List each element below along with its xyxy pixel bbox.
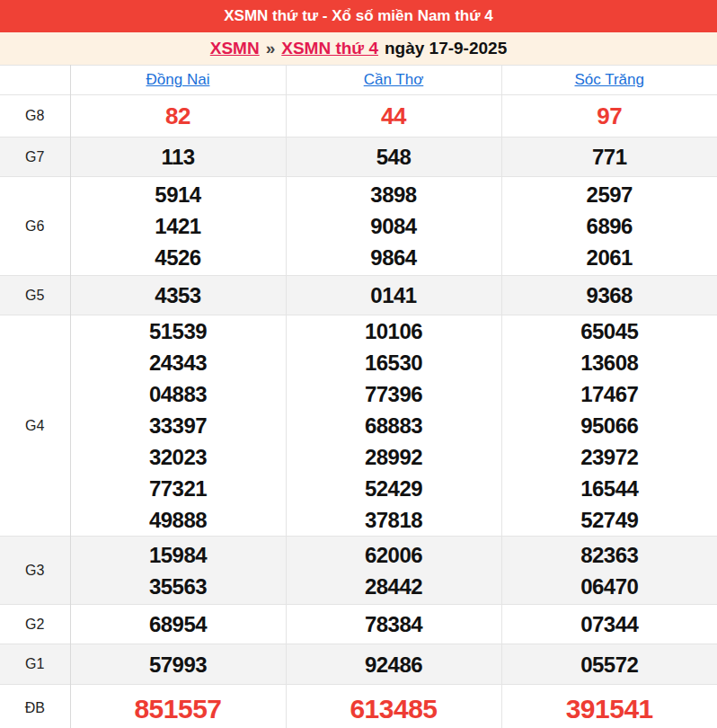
- prize-label: G3: [0, 537, 70, 605]
- prize-number: 16544: [502, 473, 717, 504]
- prize-number: 49888: [71, 504, 286, 536]
- prize-cell: 389890849864: [286, 177, 501, 276]
- prize-cell: 771: [501, 138, 717, 177]
- province-link-2[interactable]: Cần Thơ: [364, 71, 424, 88]
- breadcrumb-date: ngày 17-9-2025: [385, 39, 507, 58]
- prize-cell: 10106165307739668883289925242937818: [286, 315, 501, 537]
- title-bar: XSMN thứ tư - Xổ số miền Nam thứ 4: [0, 0, 717, 32]
- prize-number: 4353: [71, 280, 286, 311]
- breadcrumb-link-current[interactable]: XSMN thứ 4: [281, 39, 378, 58]
- prize-cell: 591414214526: [70, 177, 286, 276]
- prize-number: 28442: [287, 571, 501, 602]
- prize-row-g7: G7113548771: [0, 138, 717, 177]
- prize-number: 33397: [71, 410, 286, 441]
- prize-number: 15984: [71, 539, 286, 571]
- prize-cell: 0141: [286, 276, 501, 315]
- prize-cell: 9368: [501, 276, 717, 315]
- prize-row-g6: G6591414214526389890849864259768962061: [0, 177, 717, 276]
- prize-cell: 851557: [70, 685, 286, 728]
- prize-number: 78384: [287, 608, 501, 640]
- prize-column-header: [0, 66, 70, 95]
- prize-number: 77396: [287, 378, 501, 410]
- prize-number: 851557: [71, 693, 286, 724]
- prize-number: 68954: [71, 608, 286, 640]
- prize-number: 10106: [287, 315, 501, 347]
- prize-number: 5914: [71, 179, 286, 210]
- prize-number: 65045: [502, 315, 717, 347]
- prize-number: 24343: [71, 347, 286, 378]
- prize-cell: 391541: [501, 685, 717, 728]
- prize-number: 613485: [287, 693, 501, 724]
- breadcrumb-link-xsmn[interactable]: XSMN: [210, 39, 260, 58]
- prize-cell: 65045136081746795066239721654452749: [501, 315, 717, 537]
- prize-cell: 259768962061: [501, 177, 717, 276]
- prize-cell: 05572: [501, 644, 717, 685]
- prize-number: 391541: [502, 693, 717, 724]
- prize-number: 82: [71, 101, 286, 132]
- prize-number: 05572: [502, 649, 717, 680]
- prize-number: 97: [502, 101, 717, 132]
- province-header-cell: Đồng Nai: [70, 66, 286, 95]
- prize-number: 13608: [502, 347, 717, 378]
- prize-number: 32023: [71, 441, 286, 473]
- prize-row-g4: G451539243430488333397320237732149888101…: [0, 315, 717, 537]
- prize-cell: 44: [286, 95, 501, 138]
- prize-row-g3: G3159843556362006284428236306470: [0, 537, 717, 605]
- prize-number: 68883: [287, 410, 501, 441]
- prize-number: 95066: [502, 410, 717, 441]
- prize-number: 52749: [502, 504, 717, 536]
- results-table: Đồng NaiCần ThơSóc Trăng G8824497G711354…: [0, 65, 717, 728]
- prize-label: ĐB: [0, 685, 70, 728]
- prize-number: 77321: [71, 473, 286, 504]
- province-link-1[interactable]: Đồng Nai: [146, 71, 210, 88]
- breadcrumb-separator: »: [266, 39, 276, 58]
- prize-cell: 51539243430488333397320237732149888: [70, 315, 286, 537]
- prize-number: 44: [287, 101, 501, 132]
- prize-cell: 1598435563: [70, 537, 286, 605]
- prize-row-g1: G1579939248605572: [0, 644, 717, 685]
- prize-label: G1: [0, 644, 70, 685]
- prize-number: 2597: [502, 179, 717, 210]
- prize-cell: 92486: [286, 644, 501, 685]
- breadcrumb: XSMN » XSMN thứ 4 ngày 17-9-2025: [0, 32, 717, 65]
- prize-cell: 82: [70, 95, 286, 138]
- prize-number: 57993: [71, 649, 286, 680]
- prize-number: 28992: [287, 441, 501, 473]
- prize-number: 548: [287, 141, 501, 173]
- province-header-row: Đồng NaiCần ThơSóc Trăng: [0, 66, 717, 95]
- prize-number: 92486: [287, 649, 501, 680]
- prize-cell: 78384: [286, 605, 501, 644]
- prize-number: 4526: [71, 242, 286, 273]
- prize-cell: 68954: [70, 605, 286, 644]
- prize-cell: 97: [501, 95, 717, 138]
- prize-number: 17467: [502, 378, 717, 410]
- prize-number: 35563: [71, 571, 286, 602]
- prize-label: G4: [0, 315, 70, 537]
- prize-number: 771: [502, 141, 717, 173]
- prize-number: 2061: [502, 242, 717, 273]
- prize-number: 9084: [287, 210, 501, 242]
- page-title: XSMN thứ tư - Xổ số miền Nam thứ 4: [224, 7, 493, 25]
- prize-number: 6896: [502, 210, 717, 242]
- prize-number: 23972: [502, 441, 717, 473]
- prize-number: 82363: [502, 539, 717, 571]
- province-link-3[interactable]: Sóc Trăng: [575, 71, 645, 88]
- prize-label: G7: [0, 138, 70, 177]
- prize-number: 0141: [287, 280, 501, 311]
- prize-label: G5: [0, 276, 70, 315]
- prize-row-g8: G8824497: [0, 95, 717, 138]
- prize-number: 37818: [287, 504, 501, 536]
- prize-number: 52429: [287, 473, 501, 504]
- prize-number: 07344: [502, 608, 717, 640]
- prize-cell: 113: [70, 138, 286, 177]
- prize-cell: 8236306470: [501, 537, 717, 605]
- prize-row-g2: G2689547838407344: [0, 605, 717, 644]
- prize-row-g5: G5435301419368: [0, 276, 717, 315]
- province-header-cell: Sóc Trăng: [501, 66, 717, 95]
- prize-number: 113: [71, 141, 286, 173]
- prize-cell: 57993: [70, 644, 286, 685]
- prize-label: G8: [0, 95, 70, 138]
- prize-number: 1421: [71, 210, 286, 242]
- prize-number: 9864: [287, 242, 501, 273]
- prize-number: 9368: [502, 280, 717, 311]
